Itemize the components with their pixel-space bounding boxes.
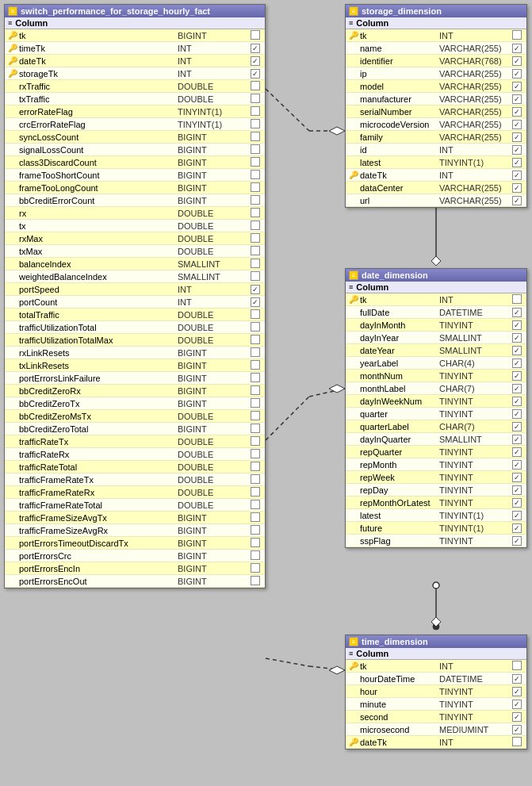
checkbox[interactable] (251, 373, 260, 382)
checkbox[interactable] (251, 271, 260, 281)
checkbox[interactable] (251, 94, 260, 103)
checkbox[interactable] (512, 346, 522, 355)
checkbox[interactable] (251, 550, 260, 560)
checkbox[interactable] (512, 44, 522, 53)
checkbox[interactable] (251, 436, 260, 446)
checkbox[interactable] (512, 145, 522, 155)
column-checkbox-cell (249, 385, 262, 397)
column-type: BIGINT (178, 374, 249, 383)
column-type: BIGINT (178, 386, 249, 396)
checkbox[interactable] (251, 309, 260, 319)
checkbox[interactable] (512, 56, 522, 66)
checkbox[interactable] (251, 106, 260, 116)
column-name: repMonth (360, 460, 439, 470)
checkbox[interactable] (251, 500, 260, 509)
checkbox[interactable] (251, 512, 260, 522)
checkbox[interactable] (512, 447, 522, 457)
checkbox[interactable] (512, 69, 522, 79)
checkbox[interactable] (512, 196, 522, 205)
checkbox[interactable] (512, 422, 522, 431)
checkbox[interactable] (512, 308, 522, 317)
checkbox[interactable] (512, 107, 522, 117)
checkbox[interactable] (251, 424, 260, 433)
checkbox[interactable] (512, 333, 522, 343)
checkbox[interactable] (512, 473, 522, 482)
checkbox[interactable] (251, 385, 260, 395)
checkbox[interactable] (251, 487, 260, 497)
checkbox[interactable] (512, 384, 522, 393)
checkbox[interactable] (251, 538, 260, 547)
checkbox[interactable] (251, 563, 260, 573)
checkbox[interactable] (251, 335, 260, 344)
checkbox[interactable] (512, 712, 522, 722)
checkbox[interactable] (512, 536, 522, 546)
column-name: weightedBalanceIndex (19, 272, 178, 282)
checkbox[interactable] (512, 700, 522, 709)
checkbox[interactable] (251, 30, 260, 40)
checkbox[interactable] (512, 358, 522, 368)
checkbox[interactable] (512, 661, 522, 670)
checkbox[interactable] (251, 233, 260, 243)
checkbox[interactable] (512, 397, 522, 406)
checkbox[interactable] (251, 208, 260, 217)
checkbox[interactable] (512, 120, 522, 129)
checkbox[interactable] (512, 294, 522, 304)
checkbox[interactable] (512, 94, 522, 104)
checkbox[interactable] (512, 409, 522, 419)
checkbox[interactable] (251, 119, 260, 128)
checkbox[interactable] (251, 220, 260, 230)
column-type: BIGINT (178, 158, 249, 167)
checkbox[interactable] (251, 449, 260, 458)
checkbox[interactable] (251, 170, 260, 179)
checkbox[interactable] (251, 576, 260, 585)
checkbox[interactable] (251, 411, 260, 420)
checkbox[interactable] (251, 132, 260, 141)
checkbox[interactable] (251, 347, 260, 357)
checkbox[interactable] (512, 485, 522, 495)
checkbox[interactable] (512, 725, 522, 734)
table-row: 🔑tkBIGINT (5, 29, 265, 42)
checkbox[interactable] (251, 360, 260, 370)
column-checkbox-cell (249, 195, 262, 206)
checkbox[interactable] (251, 182, 260, 192)
checkbox[interactable] (251, 56, 260, 66)
checkbox[interactable] (251, 157, 260, 167)
checkbox[interactable] (251, 297, 260, 307)
checkbox[interactable] (251, 462, 260, 471)
checkbox[interactable] (512, 498, 522, 508)
checkbox[interactable] (512, 435, 522, 444)
checkbox[interactable] (251, 259, 260, 268)
checkbox[interactable] (512, 30, 522, 40)
checkbox[interactable] (512, 320, 522, 330)
checkbox[interactable] (251, 69, 260, 79)
checkbox[interactable] (251, 322, 260, 332)
checkbox[interactable] (512, 737, 522, 746)
checkbox[interactable] (251, 44, 260, 53)
checkbox[interactable] (512, 687, 522, 696)
checkbox[interactable] (512, 523, 522, 533)
checkbox[interactable] (512, 674, 522, 684)
checkbox[interactable] (251, 81, 260, 90)
checkbox[interactable] (512, 183, 522, 193)
table-row: repQuarterTINYINT (346, 446, 526, 458)
checkbox[interactable] (251, 144, 260, 154)
checkbox[interactable] (512, 511, 522, 520)
checkbox[interactable] (512, 158, 522, 167)
table-icon: ≡ (349, 6, 358, 16)
checkbox[interactable] (512, 371, 522, 381)
checkbox[interactable] (251, 285, 260, 294)
column-name: trafficFrameRateTx (19, 475, 178, 485)
checkbox[interactable] (512, 82, 522, 91)
column-name: portErrorsCrc (19, 551, 178, 561)
checkbox[interactable] (251, 195, 260, 205)
checkbox[interactable] (512, 460, 522, 470)
column-name: model (360, 82, 439, 91)
checkbox[interactable] (512, 171, 522, 180)
column-type: TINYINT (439, 397, 511, 406)
checkbox[interactable] (251, 246, 260, 255)
checkbox[interactable] (251, 398, 260, 408)
checkbox[interactable] (512, 132, 522, 142)
checkbox[interactable] (251, 525, 260, 535)
checkbox[interactable] (251, 474, 260, 484)
column-name: future (360, 523, 439, 533)
